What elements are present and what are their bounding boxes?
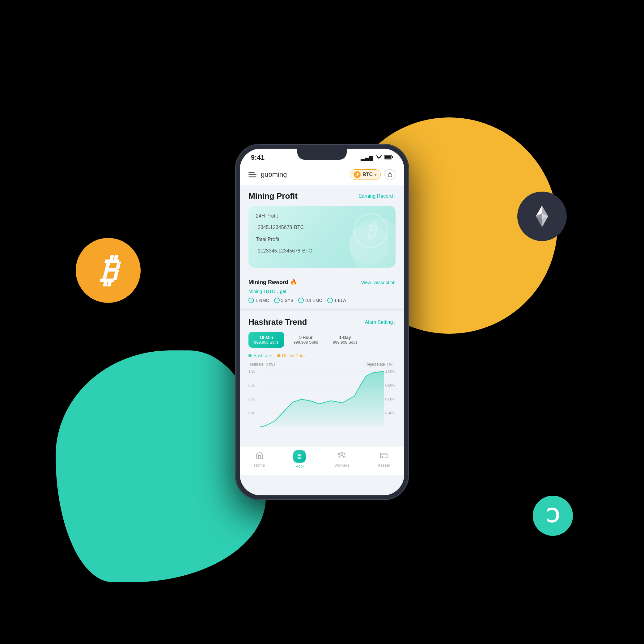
profit-card-bg-icon: ₿ [352,212,389,250]
legend-reject-rate: Reject Rate [277,353,305,358]
y-axis-right-title: Reject Rate（%） [366,362,396,367]
phone-wrapper: 9:41 ▂▄▆ [235,144,409,500]
y-axis-left-title: Hashrate（H/S） [248,362,277,367]
alarm-arrow: › [394,320,396,325]
reward-item-sys: ✓ 5 SYS [274,298,294,303]
assets-icon [380,451,388,462]
svg-rect-8 [392,156,393,158]
nav-home-label: Home [254,463,265,468]
nav-assets-label: Assets [378,463,390,468]
profit-24h-unit: BTC [294,225,304,230]
time-buttons: 10-Min 999.908 Sol/s 1-Hour 999.908 Sol/… [248,332,396,348]
btc-badge-text: BTC [362,172,373,177]
svg-point-26 [299,454,301,456]
time-btn-10min-value: 999.908 Sol/s [254,340,279,345]
fire-icon: 🔥 [290,279,297,286]
view-description-link[interactable]: View Description [361,280,396,285]
signal-icon: ▂▄▆ [361,154,373,161]
reward-item-nmc: ✓ 1 NMC [248,298,269,303]
time-btn-1day[interactable]: 1-Day 999.908 Sol/s [327,332,363,348]
legend-hashrate: Hashrate [248,353,271,358]
mining-profit-header: Mining Profit Earning Record › [248,191,396,201]
top-nav: guoming ₿ BTC ▾ [240,164,404,185]
mining-reward-section: Mining Reword 🔥 View Description Mining … [240,279,404,308]
btc-coin-decoration: ₿ [76,238,141,303]
wifi-icon [376,155,382,161]
nav-item-assets[interactable]: Assets [378,451,390,468]
time-btn-1day-value: 999.908 Sol/s [333,340,358,345]
home-icon [256,451,264,462]
chart-legend: Hashrate Reject Rate [248,353,396,358]
hamburger-menu[interactable] [248,172,256,177]
nav-workers-label: Workers [334,463,349,468]
legend-reject-rate-label: Reject Rate [282,353,305,358]
chart-container: 1.00 0.80 0.60 0.40 1.00% 0.80% 0.60% 0.… [248,368,396,446]
earning-record-text: Earning Record [358,193,393,199]
hamburger-line-3 [248,176,256,177]
nav-right: ₿ BTC ▾ [350,169,396,180]
time-btn-10min[interactable]: 10-Min 999.908 Sol/s [248,332,284,348]
btc-badge-arrow: ▾ [375,172,377,177]
hamburger-line-1 [248,172,255,173]
svg-text:0.80: 0.80 [248,383,256,387]
time-btn-1hour-label: 1-Hour [294,335,318,340]
screen-content[interactable]: guoming ₿ BTC ▾ [240,164,404,495]
bg-blob-teal [56,350,266,582]
svg-text:0.40: 0.40 [248,411,256,415]
status-time: 9:41 [251,154,265,162]
reward-item-emc: ✓ 0.1 EMC [298,298,322,303]
svg-text:0.80%: 0.80% [385,383,395,387]
reward-label-emc: 0.1 EMC [305,298,322,303]
mining-profit-title: Mining Profit [248,191,298,201]
reward-items: ✓ 1 NMC ✓ 5 SYS ✓ 0.1 EMC ✓ [248,298,396,303]
alarm-setting-text: Alam Setting [365,320,393,325]
time-btn-1hour-value: 999.908 Sol/s [294,340,318,345]
btc-selector[interactable]: ₿ BTC ▾ [350,169,381,180]
chart-axis-titles: Hashrate（H/S） Reject Rate（%） [248,362,396,367]
nav-item-home[interactable]: Home [254,451,265,468]
reward-label-ela: 1 ELA [334,298,346,303]
hashrate-title: Hashrate Trend [248,317,307,327]
reward-title: Mining Reword 🔥 [248,279,297,286]
profit-card: ₿ 24H Profit 2345.12345678BTC Total Prof… [248,206,396,268]
c-symbol: Ɔ [546,505,559,527]
svg-text:1.00: 1.00 [248,369,256,373]
reward-item-ela: ✓ 1 ELA [327,298,346,303]
nav-username: guoming [261,171,287,179]
legend-dot-orange [277,354,280,357]
svg-text:0.40%: 0.40% [385,411,395,415]
time-btn-1hour[interactable]: 1-Hour 999.908 Sol/s [288,332,324,348]
reward-check-nmc: ✓ [248,298,254,303]
earning-record-link[interactable]: Earning Record › [358,193,396,199]
svg-text:0.60: 0.60 [248,397,256,401]
hashrate-header: Hashrate Trend Alam Setting › [248,317,396,327]
battery-icon [384,155,393,161]
svg-text:1.00%: 1.00% [385,369,395,373]
nav-pool-label: Pool [295,464,303,468]
workers-icon [338,451,346,462]
legend-dot-teal [248,354,252,357]
eth-coin-decoration [517,192,567,241]
reward-title-text: Mining Reword [248,279,288,286]
phone-notch [297,149,347,160]
svg-point-30 [344,453,345,455]
settings-button[interactable] [384,169,396,180]
bottom-nav: Home Pool [240,446,404,475]
svg-text:0.60%: 0.60% [385,397,395,401]
nav-item-pool[interactable]: Pool [293,450,306,468]
alarm-setting-link[interactable]: Alam Setting › [365,320,396,325]
reward-label-sys: 5 SYS [281,298,294,303]
legend-hashrate-label: Hashrate [253,353,271,358]
phone-screen: 9:41 ▂▄▆ [240,149,404,495]
svg-rect-31 [380,453,387,458]
btc-symbol: ₿ [100,253,117,287]
status-icons: ▂▄▆ [361,154,393,161]
svg-point-29 [338,453,340,455]
section-divider [240,308,404,311]
mining-profit-section: Mining Profit Earning Record › ₿ [240,185,404,279]
nav-item-workers[interactable]: Workers [334,451,349,468]
phone-frame: 9:41 ▂▄▆ [235,144,409,500]
svg-point-28 [341,452,343,454]
svg-point-6 [379,158,379,159]
svg-marker-10 [388,172,392,177]
